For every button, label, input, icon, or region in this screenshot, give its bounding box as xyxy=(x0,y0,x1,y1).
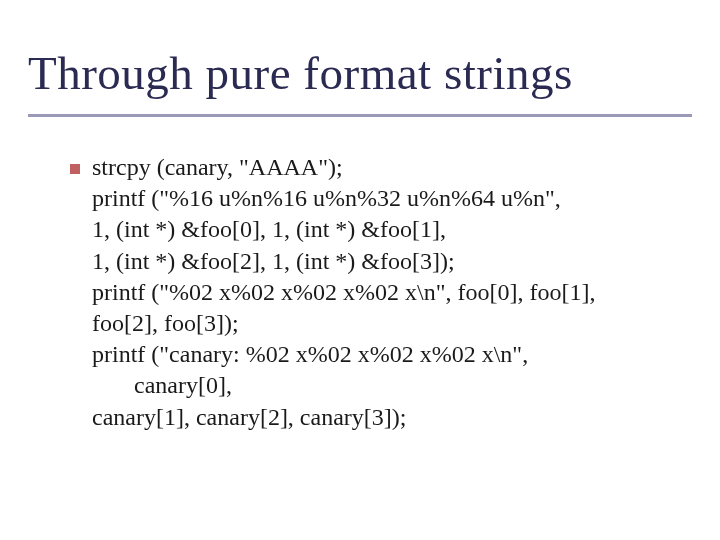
code-line-3: 1, (int *) &foo[0], 1, (int *) &foo[1], xyxy=(92,214,680,245)
code-line-8: canary[0], xyxy=(92,370,680,401)
code-line-7: printf ("canary: %02 x%02 x%02 x%02 x\n"… xyxy=(92,339,680,370)
slide-title: Through pure format strings xyxy=(28,48,692,100)
code-line-1: strcpy (canary, "AAAA"); xyxy=(92,152,680,183)
bullet-block: strcpy (canary, "AAAA"); printf ("%16 u%… xyxy=(92,152,680,433)
code-line-5: printf ("%02 x%02 x%02 x%02 x\n", foo[0]… xyxy=(92,277,680,308)
code-line-6: foo[2], foo[3]); xyxy=(92,308,680,339)
code-line-2: printf ("%16 u%n%16 u%n%32 u%n%64 u%n", xyxy=(92,183,680,214)
code-line-4: 1, (int *) &foo[2], 1, (int *) &foo[3]); xyxy=(92,246,680,277)
slide: Through pure format strings strcpy (cana… xyxy=(0,0,720,540)
body-block: strcpy (canary, "AAAA"); printf ("%16 u%… xyxy=(92,152,680,433)
title-underline xyxy=(28,114,692,117)
code-line-9: canary[1], canary[2], canary[3]); xyxy=(92,402,680,433)
title-block: Through pure format strings xyxy=(28,48,692,117)
